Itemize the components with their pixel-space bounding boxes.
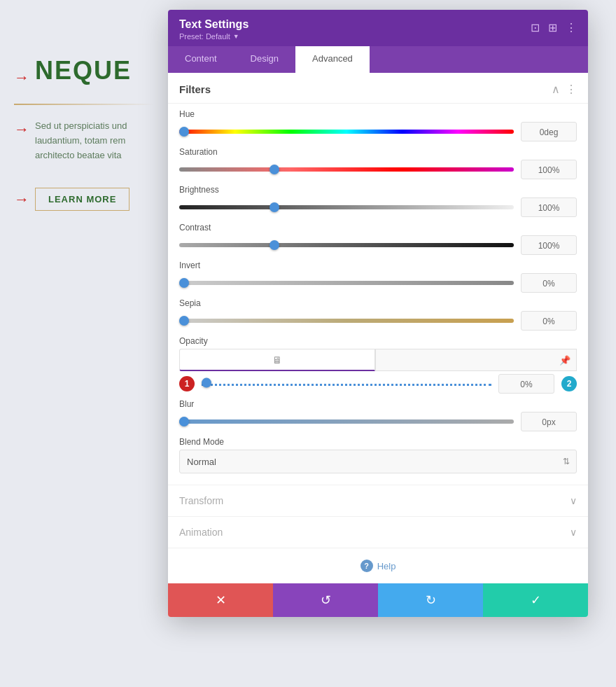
filter-row-opacity: Opacity 🖥 📌 1 0% <box>179 336 577 394</box>
layout-icon[interactable]: ⊞ <box>548 21 557 34</box>
brightness-label: Brightness <box>179 185 577 195</box>
tab-design[interactable]: Design <box>234 46 295 73</box>
sepia-slider[interactable] <box>179 314 514 328</box>
contrast-label: Contrast <box>179 223 577 233</box>
help-text: Help <box>377 561 396 571</box>
blur-value[interactable]: 0px <box>521 412 577 431</box>
filter-row-hue: Hue 0deg <box>179 109 577 141</box>
arrow-icon-3: → <box>14 190 29 209</box>
modal-header: Text Settings Preset: Default ▼ ⊡ ⊞ ⋮ <box>168 10 588 46</box>
cancel-button[interactable]: ✕ <box>168 583 273 617</box>
opacity-badge-2: 2 <box>561 376 577 391</box>
contrast-value[interactable]: 100% <box>521 235 577 255</box>
hue-value[interactable]: 0deg <box>521 122 577 141</box>
capture-icon[interactable]: ⊡ <box>531 21 540 34</box>
brightness-slider[interactable] <box>179 200 514 214</box>
invert-slider[interactable] <box>179 276 514 290</box>
opacity-device-tabs: 🖥 📌 <box>179 349 577 371</box>
text-settings-modal: Text Settings Preset: Default ▼ ⊡ ⊞ ⋮ Co… <box>168 10 588 617</box>
arrow-icon-2: → <box>14 120 29 139</box>
modal-header-icons: ⊡ ⊞ ⋮ <box>531 18 577 34</box>
opacity-slider[interactable] <box>202 377 491 391</box>
contrast-slider[interactable] <box>179 238 514 252</box>
filter-row-blur: Blur 0px <box>179 399 577 431</box>
filter-row-brightness: Brightness 100% <box>179 185 577 217</box>
arrow-icon-1: → <box>14 69 29 87</box>
opacity-desktop-tab[interactable]: 🖥 <box>179 349 375 371</box>
blend-mode-select-wrapper: Normal Multiply Screen Overlay Darken Li… <box>179 450 577 473</box>
animation-title: Animation <box>179 527 223 538</box>
opacity-pin-icon: 📌 <box>559 355 570 366</box>
saturation-value[interactable]: 100% <box>521 160 577 179</box>
opacity-badge-1: 1 <box>179 376 195 391</box>
filters-collapse-icon[interactable]: ∧ <box>552 83 560 96</box>
filter-row-blend-mode: Blend Mode Normal Multiply Screen Overla… <box>179 437 577 473</box>
help-icon: ? <box>360 560 373 572</box>
animation-chevron: ∨ <box>570 527 577 538</box>
opacity-value[interactable]: 0% <box>498 374 554 394</box>
invert-value[interactable]: 0% <box>521 273 577 293</box>
blur-label: Blur <box>179 399 577 409</box>
modal-body: Filters ∧ ⋮ Hue 0deg Saturatio <box>168 73 588 583</box>
hue-label: Hue <box>179 109 577 119</box>
filter-row-invert: Invert 0% <box>179 261 577 293</box>
blend-mode-label: Blend Mode <box>179 437 577 447</box>
page-body-text: Sed ut perspiciatis und laudantium, tota… <box>35 119 154 162</box>
filters-title: Filters <box>179 83 211 95</box>
filters-more-icon[interactable]: ⋮ <box>566 83 577 96</box>
saturation-label: Saturation <box>179 147 577 157</box>
preset-dropdown-arrow: ▼ <box>233 33 239 40</box>
blur-slider[interactable] <box>179 415 514 429</box>
learn-more-button[interactable]: LEARN MORE <box>35 188 130 211</box>
hue-slider[interactable] <box>179 125 514 139</box>
desktop-icon: 🖥 <box>272 354 282 366</box>
brightness-value[interactable]: 100% <box>521 197 577 217</box>
modal-preset[interactable]: Preset: Default ▼ <box>179 32 248 41</box>
filters-content: Hue 0deg Saturation 100% <box>168 104 588 485</box>
filters-section-header: Filters ∧ ⋮ <box>168 73 588 104</box>
save-button[interactable]: ✓ <box>483 583 588 617</box>
modal-title: Text Settings <box>179 18 248 31</box>
tab-content[interactable]: Content <box>168 46 234 73</box>
page-divider <box>14 104 154 105</box>
undo-button[interactable]: ↺ <box>273 583 378 617</box>
filter-row-contrast: Contrast 100% <box>179 223 577 255</box>
help-row[interactable]: ? Help <box>168 548 588 583</box>
sepia-label: Sepia <box>179 298 577 308</box>
filter-row-saturation: Saturation 100% <box>179 147 577 179</box>
blend-mode-select[interactable]: Normal Multiply Screen Overlay Darken Li… <box>179 450 577 473</box>
page-heading: NEQUE <box>35 56 132 85</box>
more-options-icon[interactable]: ⋮ <box>566 21 577 34</box>
sepia-value[interactable]: 0% <box>521 311 577 331</box>
redo-button[interactable]: ↻ <box>378 583 483 617</box>
modal-tabs: Content Design Advanced <box>168 46 588 73</box>
invert-label: Invert <box>179 261 577 270</box>
transform-chevron: ∨ <box>570 495 577 506</box>
filter-row-sepia: Sepia 0% <box>179 298 577 331</box>
modal-footer: ✕ ↺ ↻ ✓ <box>168 583 588 617</box>
animation-section[interactable]: Animation ∨ <box>168 516 588 548</box>
transform-section[interactable]: Transform ∨ <box>168 485 588 516</box>
saturation-slider[interactable] <box>179 162 514 176</box>
tab-advanced[interactable]: Advanced <box>295 46 370 73</box>
page-background: → NEQUE → Sed ut perspiciatis und laudan… <box>0 0 168 687</box>
transform-title: Transform <box>179 495 223 506</box>
opacity-label: Opacity <box>179 336 577 346</box>
